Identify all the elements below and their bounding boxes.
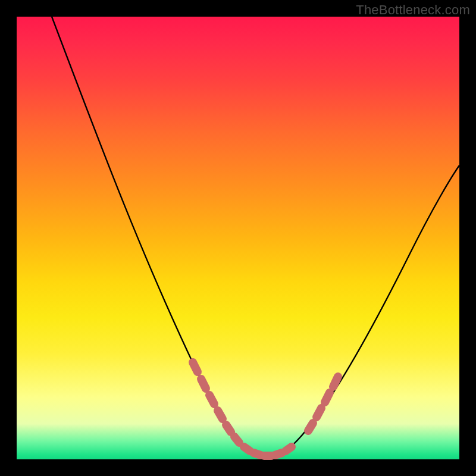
bead <box>193 362 198 372</box>
bead <box>226 425 231 432</box>
bead <box>317 408 321 417</box>
watermark-text: TheBottleneck.com <box>356 2 470 18</box>
bead <box>286 447 292 451</box>
plot-area <box>17 17 459 459</box>
bead <box>209 395 214 404</box>
bead <box>201 379 206 389</box>
chart-frame: TheBottleneck.com <box>0 0 476 476</box>
bead <box>253 453 261 455</box>
curve-layer <box>17 17 459 459</box>
compatibility-curve <box>52 17 459 458</box>
bead <box>218 411 223 419</box>
bead-group <box>193 362 338 456</box>
bead <box>333 377 338 387</box>
bead <box>234 437 239 443</box>
bead <box>244 447 250 451</box>
bead <box>325 393 330 402</box>
bead <box>308 423 313 431</box>
bead <box>275 453 282 455</box>
